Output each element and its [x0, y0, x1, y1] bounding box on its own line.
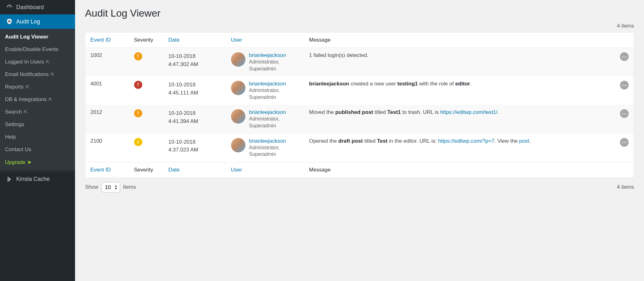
sidebar-subitem-label: Email Notifications	[5, 71, 49, 78]
col-header-date[interactable]: Date	[164, 33, 226, 48]
message-link[interactable]: https://editwp.com/?p=7	[438, 138, 494, 144]
cell-actions: ⋯	[615, 48, 634, 77]
sidebar-subitem-settings[interactable]: Settings	[0, 118, 75, 131]
col-footer-event-id[interactable]: Event ID	[85, 162, 129, 177]
cell-event-id: 2012	[85, 105, 129, 133]
show-label: Show	[85, 184, 98, 190]
table-row: 4001!10-10-20184:45.111 AMbrianleejackso…	[85, 76, 634, 105]
sidebar-subitem-logged-in-users[interactable]: Logged In Users⇱	[0, 56, 75, 68]
col-header-actions	[615, 33, 634, 48]
upgrade-arrow-icon: ➤	[27, 159, 32, 166]
table-footer-row: Event ID Severity Date User Message	[85, 162, 634, 177]
sidebar-subitem-reports[interactable]: Reports⇱	[0, 81, 75, 93]
col-header-event-id[interactable]: Event ID	[85, 33, 129, 48]
cell-date: 10-10-20184:37.023 AM	[164, 134, 226, 162]
cell-message: Opened the draft post titled Test in the…	[304, 134, 615, 162]
col-footer-message: Message	[304, 162, 615, 177]
external-link-icon: ⇱	[26, 84, 29, 89]
col-header-user[interactable]: User	[226, 33, 304, 48]
kinsta-icon	[5, 176, 14, 182]
col-footer-actions	[615, 162, 634, 177]
col-footer-severity: Severity	[129, 162, 164, 177]
cell-date: 10-10-20184:45.111 AM	[164, 76, 226, 105]
warn-severity-icon: !	[134, 109, 142, 117]
message-link[interactable]: post	[519, 138, 529, 144]
table-bottom-bar: Show 10 ▲▼ Items 4 items	[85, 182, 634, 192]
row-more-icon[interactable]: ⋯	[620, 109, 629, 118]
cell-severity: i	[129, 134, 164, 162]
cell-actions: ⋯	[615, 76, 634, 105]
sidebar-subitem-enable-disable-events[interactable]: Enable/Disable Events	[0, 43, 75, 56]
sidebar-subitem-email-notifications[interactable]: Email Notifications⇱	[0, 68, 75, 81]
sidebar-item-audit-log[interactable]: Audit Log	[0, 14, 75, 29]
sidebar-subitem-contact-us[interactable]: Contact Us	[0, 143, 75, 156]
item-count-top: 4 items	[85, 23, 634, 29]
cell-event-id: 1002	[85, 48, 129, 77]
item-count-bottom: 4 items	[617, 184, 634, 190]
alert-severity-icon: !	[134, 81, 142, 89]
sidebar-subitem-label: Audit Log Viewer	[5, 34, 48, 40]
sidebar-item-label: Audit Log	[16, 18, 40, 25]
admin-sidebar: Dashboard Audit Log Audit Log ViewerEnab…	[0, 0, 75, 281]
sidebar-submenu: Audit Log ViewerEnable/Disable EventsLog…	[0, 29, 75, 171]
col-footer-date[interactable]: Date	[164, 162, 226, 177]
sidebar-subitem-audit-log-viewer[interactable]: Audit Log Viewer	[0, 31, 75, 43]
info-severity-icon: i	[134, 138, 142, 146]
external-link-icon: ⇱	[51, 72, 54, 77]
user-link[interactable]: brianleejackson	[249, 109, 286, 115]
sidebar-item-dashboard[interactable]: Dashboard	[0, 0, 75, 14]
user-link[interactable]: brianleejackson	[249, 52, 286, 58]
sidebar-subitem-label: Contact Us	[5, 146, 31, 153]
user-link[interactable]: brianleejackson	[249, 81, 286, 87]
sidebar-subitem-db-integrations[interactable]: DB & Integrations⇱	[0, 93, 75, 106]
cell-user: brianleejacksonAdministrator,Superadmin	[226, 134, 304, 162]
items-label: Items	[123, 184, 136, 190]
cell-message: 1 failed login(s) detected.	[304, 48, 615, 77]
audit-log-icon	[5, 18, 14, 25]
sidebar-subitem-search[interactable]: Search⇱	[0, 106, 75, 118]
cell-date: 10-10-20184:41.394 AM	[164, 105, 226, 133]
external-link-icon: ⇱	[24, 110, 28, 115]
message-link[interactable]: https://editwp.com/test1/	[440, 109, 497, 115]
cell-message: brianleejackson created a new user testi…	[304, 76, 615, 105]
external-link-icon: ⇱	[46, 59, 50, 64]
table-row: 1002!10-10-20184:47.302 AMbrianleejackso…	[85, 48, 634, 77]
sidebar-subitem-help[interactable]: Help	[0, 131, 75, 143]
cell-event-id: 2100	[85, 134, 129, 162]
avatar	[231, 138, 245, 152]
page-size-select[interactable]: 10	[102, 182, 120, 192]
cell-severity: !	[129, 48, 164, 77]
row-more-icon[interactable]: ⋯	[620, 52, 629, 61]
cell-actions: ⋯	[615, 134, 634, 162]
table-row: 2100i10-10-20184:37.023 AMbrianleejackso…	[85, 134, 634, 162]
sidebar-subitem-upgrade[interactable]: Upgrade➤	[0, 156, 75, 169]
sidebar-subitem-label: DB & Integrations	[5, 96, 47, 103]
row-more-icon[interactable]: ⋯	[620, 81, 629, 89]
page-size-control: Show 10 ▲▼ Items	[85, 182, 136, 192]
avatar	[231, 81, 245, 95]
sidebar-item-label: Dashboard	[16, 4, 44, 11]
row-more-icon[interactable]: ⋯	[620, 138, 629, 147]
sidebar-subitem-label: Help	[5, 134, 16, 140]
cell-message: Moved the published post titled Test1 to…	[304, 105, 615, 133]
sidebar-subitem-label: Logged In Users	[5, 59, 44, 65]
warn-severity-icon: !	[134, 52, 142, 60]
page-title: Audit Log Viewer	[85, 8, 634, 19]
user-link[interactable]: brianleejackson	[249, 138, 286, 144]
svg-point-1	[9, 21, 10, 22]
sidebar-subitem-label: Enable/Disable Events	[5, 46, 58, 53]
avatar	[231, 52, 245, 67]
cell-user: brianleejacksonAdministrator,Superadmin	[226, 48, 304, 77]
cell-severity: !	[129, 76, 164, 105]
col-footer-user[interactable]: User	[226, 162, 304, 177]
col-header-message: Message	[304, 33, 615, 48]
sidebar-subitem-label: Search	[5, 109, 22, 115]
external-link-icon: ⇱	[48, 97, 52, 102]
table-row: 2012!10-10-20184:41.394 AMbrianleejackso…	[85, 105, 634, 133]
main-content: Audit Log Viewer 4 items Event ID Severi…	[75, 0, 644, 281]
cell-actions: ⋯	[615, 105, 634, 133]
sidebar-subitem-label: Upgrade	[5, 159, 25, 166]
sidebar-item-kinsta-cache[interactable]: Kinsta Cache	[0, 172, 75, 186]
sidebar-item-label: Kinsta Cache	[16, 176, 50, 182]
dashboard-icon	[5, 4, 14, 11]
